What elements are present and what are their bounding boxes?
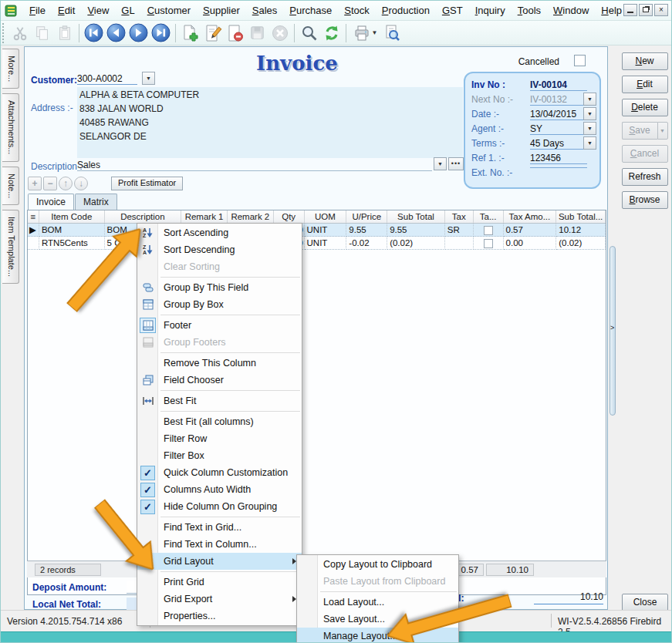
menu-item-sort-ascending[interactable]: AZSort Ascending (137, 224, 302, 241)
menu-item-find-text-in-column[interactable]: Find Text in Column... (137, 536, 302, 553)
next-no-value[interactable]: IV-00132 (530, 94, 587, 106)
menu-item-load-layout[interactable]: Load Layout... (297, 594, 458, 611)
cell-subtotal-with-tax[interactable]: 10.12 (556, 224, 606, 237)
col-description[interactable]: Description (105, 210, 182, 224)
col-uom[interactable]: UOM (305, 210, 347, 224)
cell-tax-amount[interactable]: 0.57 (504, 224, 557, 237)
cell-subtotal[interactable]: (0.02) (387, 237, 445, 250)
agent-value[interactable]: SY (530, 123, 587, 135)
menu-item-remove-this-column[interactable]: Remove This Column (137, 355, 302, 372)
cell-item-code[interactable]: RTN5Cents (39, 237, 105, 250)
delete-record-button[interactable] (224, 22, 246, 44)
menu-production[interactable]: Production (376, 2, 436, 19)
col-tax-inclusive[interactable]: Ta... (474, 210, 504, 224)
description-more-button[interactable]: ••• (448, 157, 464, 170)
profit-estimator-button[interactable]: Profit Estimator (111, 177, 183, 190)
browse-button[interactable]: Browse (622, 191, 668, 209)
column-chooser-icon[interactable]: ≡ (28, 210, 39, 224)
ref1-value[interactable]: 123456 (530, 153, 587, 164)
tab-invoice[interactable]: Invoice (28, 194, 74, 210)
col-tax-amount[interactable]: Tax Amo... (504, 210, 557, 224)
cell-tax-amount[interactable]: 0.00 (504, 237, 557, 250)
previous-record-button[interactable] (105, 22, 127, 44)
table-row[interactable]: ▶ BOM BOM 1.0000 UNIT 9.55 9.55 SR 0.57 … (28, 224, 606, 237)
menu-view[interactable]: View (81, 2, 115, 19)
menu-item-best-fit[interactable]: Best Fit (137, 392, 302, 409)
tax-inclusive-checkbox[interactable] (484, 239, 493, 248)
ext-no-value[interactable] (530, 167, 587, 168)
col-remark2[interactable]: Remark 2 (228, 210, 274, 224)
menu-item-grid-export[interactable]: Grid Export (137, 591, 302, 608)
panel-splitter[interactable]: > (610, 246, 616, 416)
menu-item-footer[interactable]: Footer (137, 317, 302, 334)
menu-purchase[interactable]: Purchase (283, 2, 338, 19)
edit-record-button[interactable] (201, 22, 224, 44)
col-tax[interactable]: Tax (445, 210, 474, 224)
first-record-button[interactable] (83, 22, 105, 44)
col-remark1[interactable]: Remark 1 (181, 210, 228, 224)
save-toolbar-button[interactable] (246, 22, 268, 44)
col-item-code[interactable]: Item Code (39, 210, 105, 224)
close-window-button[interactable]: × (654, 4, 668, 16)
sidebar-tab-attachments[interactable]: Attachments... (2, 93, 19, 161)
menu-item-properties[interactable]: Properties... (137, 608, 302, 624)
menu-file[interactable]: File (23, 2, 52, 19)
edit-button[interactable]: Edit (622, 76, 668, 93)
save-dropdown-icon[interactable]: ▼ (657, 122, 668, 140)
menu-item-field-chooser[interactable]: Field Chooser (137, 372, 302, 389)
menu-item-best-fit-all[interactable]: Best Fit (all columns) (137, 413, 302, 430)
menu-inquiry[interactable]: Inquiry (469, 2, 512, 19)
customer-address-block[interactable]: ALPHA & BETA COMPUTER 838 JALAN WORLD 40… (77, 87, 463, 158)
cell-uprice[interactable]: 9.55 (346, 224, 387, 237)
menu-item-group-by-box[interactable]: Group By Box (137, 296, 302, 313)
description-dropdown[interactable]: ▼ (434, 157, 447, 170)
move-up-button[interactable]: ↑ (59, 177, 73, 190)
menu-tools[interactable]: Tools (512, 2, 547, 19)
menu-supplier[interactable]: Supplier (197, 2, 246, 19)
sidebar-tab-note[interactable]: Note... (2, 167, 19, 205)
col-subtotal[interactable]: Sub Total (387, 210, 445, 224)
menu-item-print-grid[interactable]: Print Grid (137, 574, 302, 591)
terms-value[interactable]: 45 Days (530, 138, 587, 150)
menu-item-group-by-this-field[interactable]: Group By This Field (137, 279, 302, 296)
menu-item-filter-box[interactable]: Filter Box (137, 447, 302, 464)
print-dropdown-icon[interactable]: ▼ (372, 29, 378, 36)
customer-dropdown-button[interactable]: ▼ (142, 72, 155, 85)
refresh-record-button[interactable]: Refresh (622, 168, 668, 186)
menu-gst[interactable]: GST (436, 2, 469, 19)
splitter-expand-icon[interactable]: > (610, 324, 614, 332)
menu-window[interactable]: Window (547, 2, 595, 19)
close-button[interactable]: Close (622, 594, 668, 611)
search-button[interactable] (298, 22, 320, 44)
last-record-button[interactable] (150, 22, 172, 44)
cell-uprice[interactable]: -0.02 (346, 237, 387, 250)
table-row[interactable]: RTN5Cents 5 Cents Ro 1.0000 UNIT -0.02 (… (28, 237, 606, 250)
sidebar-tab-item-template[interactable]: Item Template... (2, 210, 19, 284)
menu-stock[interactable]: Stock (338, 2, 376, 19)
cell-subtotal-with-tax[interactable]: (0.02) (556, 237, 606, 250)
minimize-button[interactable] (623, 4, 637, 16)
col-subtotal-with-tax[interactable]: Sub Total... (556, 210, 606, 224)
cell-uom[interactable]: UNIT (305, 224, 347, 237)
tax-inclusive-checkbox[interactable] (484, 226, 493, 235)
restore-button[interactable] (639, 4, 653, 16)
inv-no-value[interactable]: IV-00104 (530, 79, 587, 91)
cell-tax[interactable] (445, 237, 474, 250)
menu-item-save-layout[interactable]: Save Layout... (297, 611, 458, 628)
cell-subtotal[interactable]: 9.55 (387, 224, 445, 237)
date-value[interactable]: 13/04/2015 (530, 109, 587, 120)
print-button[interactable]: ▼ (350, 22, 380, 44)
cell-tax-inclusive[interactable] (474, 237, 504, 250)
menu-item-columns-auto-width[interactable]: ✓Columns Auto Width (137, 481, 302, 498)
menu-customer[interactable]: Customer (141, 2, 197, 19)
menu-item-copy-layout[interactable]: Copy Layout to Clipboard (297, 556, 458, 573)
menu-item-find-text-in-grid[interactable]: Find Text in Grid... (137, 519, 302, 536)
terms-dropdown[interactable]: ▼ (583, 136, 596, 150)
menu-item-sort-descending[interactable]: ZASort Descending (137, 241, 302, 258)
save-button[interactable]: Save▼ (622, 122, 668, 140)
cancel-button[interactable]: Cancel (622, 145, 668, 163)
menu-edit[interactable]: Edit (52, 2, 81, 19)
cell-item-code[interactable]: BOM (39, 224, 105, 237)
cell-tax[interactable]: SR (445, 224, 474, 237)
menu-item-grid-layout[interactable]: Grid Layout (137, 553, 302, 570)
